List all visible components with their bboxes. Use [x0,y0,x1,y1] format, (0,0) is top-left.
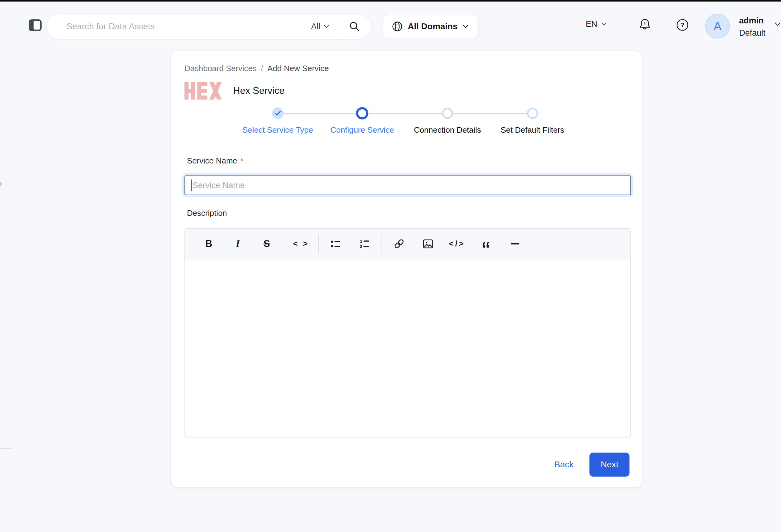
user-menu[interactable]: admin Default [739,14,766,39]
description-label: Description [187,209,227,218]
service-header: Hex Service [184,82,285,100]
text-caret [191,179,192,191]
numbered-list-icon[interactable]: 1 2 [355,234,374,253]
search-scope-dropdown[interactable]: All [311,22,330,32]
user-menu-chevron-icon[interactable] [774,22,781,27]
notifications-bell-icon[interactable] [638,17,652,32]
step-circle-select-service-type [272,107,284,119]
user-name: admin [739,14,766,27]
breadcrumb-current: Add New Service [267,64,329,73]
sidebar-toggle-icon[interactable] [28,19,42,32]
wizard-footer: Back Next [554,453,629,477]
step-circle-connection-details [442,108,453,119]
strikethrough-icon[interactable]: S [257,234,276,253]
service-name-field [184,175,631,195]
step-circle-set-default-filters [527,108,538,119]
step-label-set-default-filters: Set Default Filters [486,125,579,135]
breadcrumb-separator: / [261,64,263,73]
all-domains-label: All Domains [408,21,458,32]
topbar: Search for Data Assets All All Domains E… [0,2,781,45]
horizontal-rule-icon[interactable] [505,234,525,253]
help-icon[interactable]: ? [676,18,689,32]
toolbar-divider [284,234,284,254]
avatar-initial: A [713,20,721,33]
search-scope-label: All [311,22,320,32]
next-button[interactable]: Next [589,453,629,477]
required-marker: * [240,156,243,165]
svg-text:1: 1 [360,239,362,243]
service-name-label: Service Name* [187,156,243,166]
breadcrumb-dashboard-services[interactable]: Dashboard Services [184,64,256,73]
all-domains-button[interactable]: All Domains [382,14,479,39]
step-label-configure-service: Configure Service [316,125,408,135]
language-label: EN [586,19,598,29]
inline-code-icon[interactable]: < > [292,234,311,253]
check-icon [275,110,281,116]
toolbar-divider [318,234,319,254]
chevron-down-icon [462,24,469,29]
globe-icon [392,21,403,32]
service-name-input[interactable] [184,175,631,195]
svg-text:?: ? [681,21,685,28]
stepper-connector [278,113,532,114]
global-search-bar[interactable]: Search for Data Assets All [46,13,371,40]
description-editor: B I S < > 1 2 [184,228,631,438]
toolbar-divider [381,234,382,254]
page-title: Hex Service [233,85,285,96]
search-icon[interactable] [348,20,360,32]
link-icon[interactable] [389,234,409,253]
user-avatar[interactable]: A [705,14,730,39]
hex-logo [184,82,222,100]
add-service-card: Dashboard Services / Add New Service Hex… [170,50,643,488]
back-button[interactable]: Back [554,460,573,470]
language-dropdown[interactable]: EN [586,19,607,29]
code-block-icon[interactable]: </> [448,234,466,253]
breadcrumb: Dashboard Services / Add New Service [184,64,329,73]
chevron-down-icon [323,24,330,29]
collapsed-sidebar-artifact [0,182,2,186]
editor-toolbar: B I S < > 1 2 [185,229,630,259]
bold-icon[interactable]: B [199,234,218,253]
bullet-list-icon[interactable] [326,234,345,253]
quote-icon[interactable]: “ [477,234,495,253]
italic-icon[interactable]: I [228,234,247,253]
step-label-select-service-type: Select Service Type [232,125,324,135]
svg-text:2: 2 [360,244,362,249]
chevron-down-icon [601,22,607,26]
step-circle-configure-service [356,107,368,120]
step-label-connection-details: Connection Details [401,125,494,135]
description-textarea[interactable] [185,259,630,438]
search-input[interactable]: Search for Data Assets [67,21,311,32]
search-divider [339,18,339,35]
collapsed-sidebar-divider [0,448,12,449]
user-team: Default [739,27,766,39]
image-icon[interactable] [418,234,438,253]
